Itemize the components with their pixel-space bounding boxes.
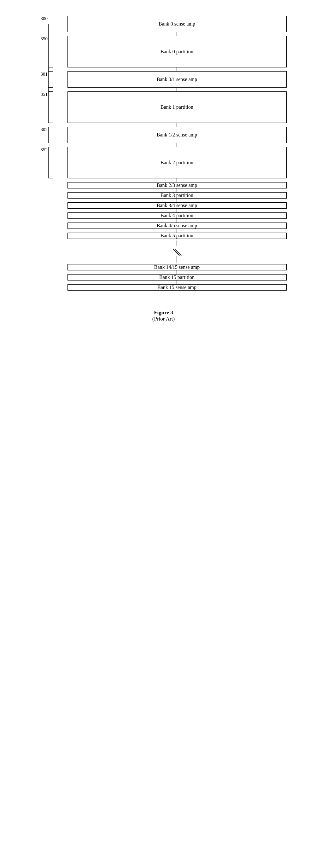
connector-11	[177, 229, 177, 232]
connector-9	[177, 209, 177, 212]
bank1415-sense-label: Bank 14/15 sense amp	[154, 265, 200, 270]
label-350: 350	[41, 36, 48, 41]
bank2-partition-box: Bank 2 partition	[67, 147, 287, 178]
break-symbol	[67, 239, 287, 264]
bank15-sense-box: Bank 15 sense amp	[67, 284, 287, 290]
bank4-partition-box: Bank 4 partition	[67, 212, 287, 219]
connector-12	[177, 271, 177, 274]
bank4-partition-label: Bank 4 partition	[160, 213, 193, 218]
connector-13	[177, 280, 177, 284]
connector-8	[177, 198, 177, 203]
bank01-sense-box: Bank 0/1 sense amp	[67, 71, 287, 88]
connector-2	[177, 67, 177, 71]
connector-1	[177, 32, 177, 36]
label-302: 302	[41, 127, 48, 132]
bank12-sense-row: 302 Bank 1/2 sense amp	[67, 127, 287, 143]
connector-7	[177, 188, 177, 192]
label-300: 300	[41, 16, 48, 22]
bank1-partition-row: 351 Bank 1 partition	[67, 91, 287, 123]
connector-5	[177, 143, 177, 147]
bank01-sense-row: 301 Bank 0/1 sense amp	[67, 71, 287, 88]
connector-3	[177, 88, 177, 91]
bank1-partition-label: Bank 1 partition	[160, 104, 193, 110]
bank2-partition-label: Bank 2 partition	[160, 160, 193, 165]
bank45-sense-label: Bank 4/5 sense amp	[157, 223, 197, 228]
bank0-partition-row: 350 Bank 0 partition	[67, 36, 287, 67]
diagram-container: 300 Bank 0 sense amp 350 Bank 0 partitio…	[41, 6, 287, 322]
bank34-sense-label: Bank 3/4 sense amp	[157, 203, 197, 208]
bank01-sense-label: Bank 0/1 sense amp	[157, 76, 197, 82]
bank15-partition-label: Bank 15 partition	[159, 275, 195, 280]
figure-caption: Figure 3 (Prior Art)	[152, 310, 175, 322]
label-351: 351	[41, 91, 48, 97]
bank45-sense-box: Bank 4/5 sense amp	[67, 222, 287, 229]
bank3-partition-label: Bank 3 partition	[160, 193, 193, 198]
bank0-sense-label: Bank 0 sense amp	[159, 21, 195, 27]
figure-subtitle: (Prior Art)	[152, 316, 175, 322]
figure-title: Figure 3	[152, 310, 175, 316]
bank0-partition-box: Bank 0 partition	[67, 36, 287, 67]
connector-4	[177, 123, 177, 127]
connector-6	[177, 178, 177, 182]
bank3-partition-box: Bank 3 partition	[67, 192, 287, 198]
bank0-partition-label: Bank 0 partition	[160, 49, 193, 55]
bank2-partition-row: 352 Bank 2 partition	[67, 147, 287, 178]
bank15-partition-box: Bank 15 partition	[67, 274, 287, 280]
bank23-sense-label: Bank 2/3 sense amp	[157, 183, 197, 188]
main-column: 300 Bank 0 sense amp 350 Bank 0 partitio…	[67, 16, 287, 290]
bank15-sense-label: Bank 15 sense amp	[157, 285, 197, 290]
bank0-sense-row: 300 Bank 0 sense amp	[67, 16, 287, 32]
connector-10	[177, 219, 177, 222]
bank0-sense-box: Bank 0 sense amp	[67, 16, 287, 32]
bank34-sense-box: Bank 3/4 sense amp	[67, 203, 287, 209]
bank1415-sense-box: Bank 14/15 sense amp	[67, 264, 287, 271]
bank23-sense-box: Bank 2/3 sense amp	[67, 182, 287, 188]
bank1-partition-box: Bank 1 partition	[67, 91, 287, 123]
label-301: 301	[41, 71, 48, 77]
bank5-partition-label: Bank 5 partition	[160, 233, 193, 239]
bank5-partition-box: Bank 5 partition	[67, 232, 287, 239]
bank12-sense-box: Bank 1/2 sense amp	[67, 127, 287, 143]
label-352: 352	[41, 147, 48, 153]
bank12-sense-label: Bank 1/2 sense amp	[157, 132, 197, 138]
